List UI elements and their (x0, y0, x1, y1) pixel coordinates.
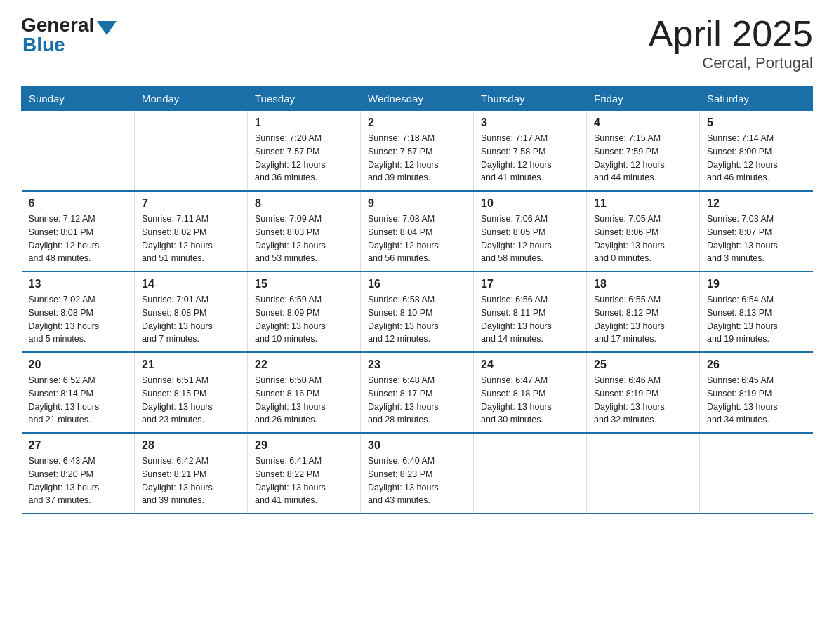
calendar-cell: 23Sunrise: 6:48 AM Sunset: 8:17 PM Dayli… (361, 352, 474, 433)
day-number: 15 (255, 278, 353, 290)
header-wednesday: Wednesday (361, 87, 474, 111)
day-number: 18 (594, 278, 692, 290)
calendar-cell: 25Sunrise: 6:46 AM Sunset: 8:19 PM Dayli… (587, 352, 700, 433)
header-monday: Monday (135, 87, 248, 111)
day-number: 4 (594, 116, 692, 129)
day-info: Sunrise: 6:42 AM Sunset: 8:21 PM Dayligh… (142, 455, 240, 507)
calendar-cell: 2Sunrise: 7:18 AM Sunset: 7:57 PM Daylig… (361, 111, 474, 192)
day-number: 17 (481, 278, 579, 290)
day-number: 24 (481, 358, 579, 371)
calendar-cell (135, 111, 248, 192)
day-info: Sunrise: 6:45 AM Sunset: 8:19 PM Dayligh… (707, 374, 806, 427)
calendar-cell: 18Sunrise: 6:55 AM Sunset: 8:12 PM Dayli… (587, 271, 700, 352)
day-number: 19 (707, 278, 806, 290)
day-number: 9 (368, 197, 466, 210)
day-number: 20 (29, 358, 128, 371)
calendar-cell: 6Sunrise: 7:12 AM Sunset: 8:01 PM Daylig… (22, 191, 135, 271)
day-info: Sunrise: 6:58 AM Sunset: 8:10 PM Dayligh… (368, 293, 466, 346)
calendar-cell: 16Sunrise: 6:58 AM Sunset: 8:10 PM Dayli… (361, 271, 474, 352)
day-info: Sunrise: 7:12 AM Sunset: 8:01 PM Dayligh… (29, 213, 128, 265)
calendar-cell: 7Sunrise: 7:11 AM Sunset: 8:02 PM Daylig… (135, 191, 248, 271)
day-info: Sunrise: 7:05 AM Sunset: 8:06 PM Dayligh… (594, 213, 692, 265)
calendar-cell: 9Sunrise: 7:08 AM Sunset: 8:04 PM Daylig… (361, 191, 474, 271)
day-number: 28 (142, 439, 240, 452)
logo: General Blue (21, 14, 117, 56)
calendar-body: 1Sunrise: 7:20 AM Sunset: 7:57 PM Daylig… (22, 111, 813, 514)
calendar-cell (22, 111, 135, 192)
calendar-week-row: 1Sunrise: 7:20 AM Sunset: 7:57 PM Daylig… (22, 111, 813, 192)
calendar-table: Sunday Monday Tuesday Wednesday Thursday… (21, 86, 813, 514)
day-info: Sunrise: 7:09 AM Sunset: 8:03 PM Dayligh… (255, 213, 353, 265)
calendar-cell: 30Sunrise: 6:40 AM Sunset: 8:23 PM Dayli… (361, 433, 474, 514)
calendar-cell: 28Sunrise: 6:42 AM Sunset: 8:21 PM Dayli… (135, 433, 248, 514)
day-number: 8 (255, 197, 353, 210)
calendar-cell: 4Sunrise: 7:15 AM Sunset: 7:59 PM Daylig… (587, 111, 700, 192)
day-number: 16 (368, 278, 466, 290)
header-sunday: Sunday (22, 87, 135, 111)
header-tuesday: Tuesday (248, 87, 361, 111)
day-number: 14 (142, 278, 240, 290)
calendar-cell: 3Sunrise: 7:17 AM Sunset: 7:58 PM Daylig… (474, 111, 587, 192)
calendar-cell: 5Sunrise: 7:14 AM Sunset: 8:00 PM Daylig… (700, 111, 813, 192)
calendar-cell: 8Sunrise: 7:09 AM Sunset: 8:03 PM Daylig… (248, 191, 361, 271)
day-info: Sunrise: 7:17 AM Sunset: 7:58 PM Dayligh… (481, 132, 579, 185)
calendar-cell: 1Sunrise: 7:20 AM Sunset: 7:57 PM Daylig… (248, 111, 361, 192)
header-saturday: Saturday (700, 87, 813, 111)
day-number: 25 (594, 358, 692, 371)
page-header: General Blue April 2025 Cercal, Portugal (21, 14, 813, 72)
day-number: 23 (368, 358, 466, 371)
calendar-week-row: 20Sunrise: 6:52 AM Sunset: 8:14 PM Dayli… (22, 352, 813, 433)
calendar-cell: 20Sunrise: 6:52 AM Sunset: 8:14 PM Dayli… (22, 352, 135, 433)
calendar-cell: 26Sunrise: 6:45 AM Sunset: 8:19 PM Dayli… (700, 352, 813, 433)
calendar-cell: 29Sunrise: 6:41 AM Sunset: 8:22 PM Dayli… (248, 433, 361, 514)
day-info: Sunrise: 7:18 AM Sunset: 7:57 PM Dayligh… (368, 132, 466, 185)
day-number: 29 (255, 439, 353, 452)
day-info: Sunrise: 6:40 AM Sunset: 8:23 PM Dayligh… (368, 455, 466, 507)
day-number: 11 (594, 197, 692, 210)
calendar-cell: 10Sunrise: 7:06 AM Sunset: 8:05 PM Dayli… (474, 191, 587, 271)
day-info: Sunrise: 7:20 AM Sunset: 7:57 PM Dayligh… (255, 132, 353, 185)
calendar-cell: 27Sunrise: 6:43 AM Sunset: 8:20 PM Dayli… (22, 433, 135, 514)
day-number: 2 (368, 116, 466, 129)
calendar-cell: 17Sunrise: 6:56 AM Sunset: 8:11 PM Dayli… (474, 271, 587, 352)
day-info: Sunrise: 6:43 AM Sunset: 8:20 PM Dayligh… (29, 455, 128, 507)
day-info: Sunrise: 6:46 AM Sunset: 8:19 PM Dayligh… (594, 374, 692, 427)
calendar-cell (474, 433, 587, 514)
logo-blue-text: Blue (22, 34, 65, 56)
calendar-cell: 24Sunrise: 6:47 AM Sunset: 8:18 PM Dayli… (474, 352, 587, 433)
day-number: 26 (707, 358, 806, 371)
day-info: Sunrise: 7:03 AM Sunset: 8:07 PM Dayligh… (707, 213, 806, 265)
calendar-cell: 22Sunrise: 6:50 AM Sunset: 8:16 PM Dayli… (248, 352, 361, 433)
calendar-cell: 13Sunrise: 7:02 AM Sunset: 8:08 PM Dayli… (22, 271, 135, 352)
day-info: Sunrise: 6:48 AM Sunset: 8:17 PM Dayligh… (368, 374, 466, 427)
day-info: Sunrise: 6:51 AM Sunset: 8:15 PM Dayligh… (142, 374, 240, 427)
title-block: April 2025 Cercal, Portugal (649, 14, 813, 72)
day-info: Sunrise: 6:52 AM Sunset: 8:14 PM Dayligh… (29, 374, 128, 427)
day-info: Sunrise: 7:11 AM Sunset: 8:02 PM Dayligh… (142, 213, 240, 265)
day-number: 22 (255, 358, 353, 371)
day-info: Sunrise: 6:59 AM Sunset: 8:09 PM Dayligh… (255, 293, 353, 346)
day-info: Sunrise: 6:47 AM Sunset: 8:18 PM Dayligh… (481, 374, 579, 427)
header-thursday: Thursday (474, 87, 587, 111)
day-number: 27 (29, 439, 128, 452)
calendar-cell: 15Sunrise: 6:59 AM Sunset: 8:09 PM Dayli… (248, 271, 361, 352)
calendar-week-row: 6Sunrise: 7:12 AM Sunset: 8:01 PM Daylig… (22, 191, 813, 271)
day-number: 7 (142, 197, 240, 210)
day-number: 5 (707, 116, 806, 129)
calendar-cell (700, 433, 813, 514)
calendar-title: April 2025 (649, 14, 813, 54)
day-number: 13 (29, 278, 128, 290)
day-info: Sunrise: 6:56 AM Sunset: 8:11 PM Dayligh… (481, 293, 579, 346)
calendar-cell: 11Sunrise: 7:05 AM Sunset: 8:06 PM Dayli… (587, 191, 700, 271)
calendar-cell (587, 433, 700, 514)
day-info: Sunrise: 7:15 AM Sunset: 7:59 PM Dayligh… (594, 132, 692, 185)
weekday-header-row: Sunday Monday Tuesday Wednesday Thursday… (22, 87, 813, 111)
header-friday: Friday (587, 87, 700, 111)
day-number: 1 (255, 116, 353, 129)
day-info: Sunrise: 6:54 AM Sunset: 8:13 PM Dayligh… (707, 293, 806, 346)
day-info: Sunrise: 7:06 AM Sunset: 8:05 PM Dayligh… (481, 213, 579, 265)
day-info: Sunrise: 7:02 AM Sunset: 8:08 PM Dayligh… (29, 293, 128, 346)
day-number: 10 (481, 197, 579, 210)
calendar-header: Sunday Monday Tuesday Wednesday Thursday… (22, 87, 813, 111)
day-number: 3 (481, 116, 579, 129)
